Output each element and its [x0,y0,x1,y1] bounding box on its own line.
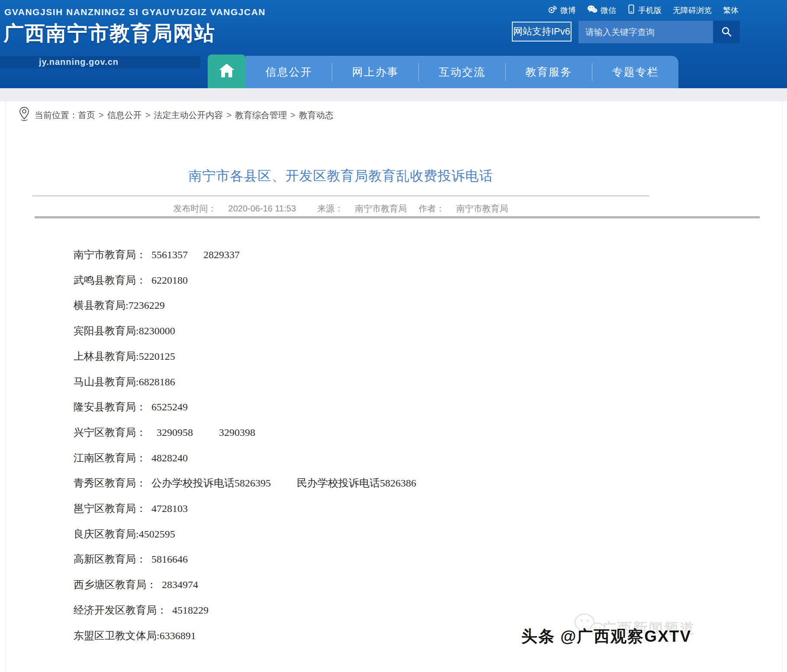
nav-item-online-services[interactable]: 网上办事 [332,65,418,79]
phone-line: 横县教育局:7236229 [74,293,692,318]
source-label: 来源： [317,204,343,213]
accessibility-link[interactable]: 无障碍浏览 [673,5,712,16]
phone-line: 隆安县教育局： 6525249 [74,394,692,420]
breadcrumb: 当前位置： 首页 > 信息公开 > 法定主动公开内容 > 教育综合管理 > 教育… [18,106,334,124]
source-value: 南宁市教育局 [355,204,407,213]
header-content-separator [0,88,787,101]
nav-item-interaction[interactable]: 互动交流 [419,65,505,79]
nav-item-special-topics[interactable]: 专题专栏 [592,65,678,79]
breadcrumb-item-edu-management[interactable]: 教育综合管理 [235,109,287,121]
breadcrumb-separator: > [145,110,151,120]
author-value: 南宁市教育局 [456,204,508,213]
phone-line: 高新区教育局： 5816646 [74,547,692,572]
mobile-version-link[interactable]: 手机版 [627,4,662,16]
phone-line: 宾阳县教育局:8230000 [74,318,692,344]
site-title[interactable]: 广西南宁市教育局网站 [3,20,215,47]
phone-line: 上林县教育局:5220125 [74,344,692,369]
breadcrumb-item-statutory-content[interactable]: 法定主动公开内容 [154,109,223,121]
location-pin-icon [18,106,30,124]
publish-time-label: 发布时间： [173,204,216,213]
search-icon [721,26,732,38]
breadcrumb-item-edu-news: 教育动态 [299,109,334,121]
wechat-link[interactable]: 微信 [587,4,616,16]
phone-line: 马山县教育局:6828186 [74,369,692,395]
nav-item-education-services[interactable]: 教育服务 [506,65,592,79]
breadcrumb-separator: > [226,110,231,120]
meta-divider [35,216,760,218]
site-domain-strip: jy.nanning.gov.cn [0,56,200,68]
home-icon [218,61,236,81]
article-title: 南宁市各县区、开发区教育局教育乱收费投诉电话 [32,167,649,185]
phone-line: 经济开发区教育局： 4518229 [74,598,692,623]
author-label: 作者： [418,204,444,213]
breadcrumb-separator: > [290,110,296,120]
phone-line: 东盟区卫教文体局:6336891 [74,623,692,649]
breadcrumb-separator: > [99,110,104,120]
ipv6-support-badge[interactable]: 网站支持IPv6 [512,22,572,42]
article-meta: 发布时间： 2020-06-16 11:53 来源： 南宁市教育局 作者： 南宁… [32,203,649,214]
phone-line: 江南区教育局： 4828240 [74,445,692,471]
header-quick-links: 微博 微信 [548,4,739,16]
phone-line: 武鸣县教育局： 6220180 [74,268,692,293]
phone-line: 西乡塘区教育局： 2834974 [74,572,692,598]
weibo-icon [548,4,557,16]
search-bar [578,21,740,43]
publish-time-value: 2020-06-16 11:53 [228,204,296,213]
nav-home-tab[interactable] [208,54,246,88]
wechat-icon [587,4,597,16]
search-button[interactable] [713,21,740,43]
traditional-chinese-link[interactable]: 繁体 [723,5,739,16]
phone-list: 南宁市教育局： 5561357 2829337 武鸣县教育局： 6220180 … [74,242,692,648]
phone-line: 兴宁区教育局： 3290958 3290398 [74,420,692,445]
title-divider [32,195,649,196]
phone-line: 良庆区教育局:4502595 [74,522,692,547]
breadcrumb-prefix: 当前位置： [35,109,78,121]
main-nav: 信息公开 网上办事 互动交流 教育服务 专题专栏 [246,56,678,88]
search-input[interactable] [578,21,713,43]
breadcrumb-item-home[interactable]: 首页 [78,109,95,121]
phone-line: 南宁市教育局： 5561357 2829337 [74,242,692,268]
phone-line: 邕宁区教育局： 4728103 [74,496,692,522]
mobile-icon [627,4,635,16]
phone-line: 青秀区教育局： 公办学校投诉电话5826395 民办学校投诉电话5826386 [74,470,692,496]
nav-item-info-disclosure[interactable]: 信息公开 [246,65,332,79]
weibo-link[interactable]: 微博 [548,4,576,16]
site-zhuang-title: GVANGJSIH NANZNINGZ SI GYAUYUZGIZ VANGJC… [4,7,266,17]
site-domain: jy.nanning.gov.cn [39,57,119,67]
breadcrumb-item-info-disclosure[interactable]: 信息公开 [107,109,142,121]
